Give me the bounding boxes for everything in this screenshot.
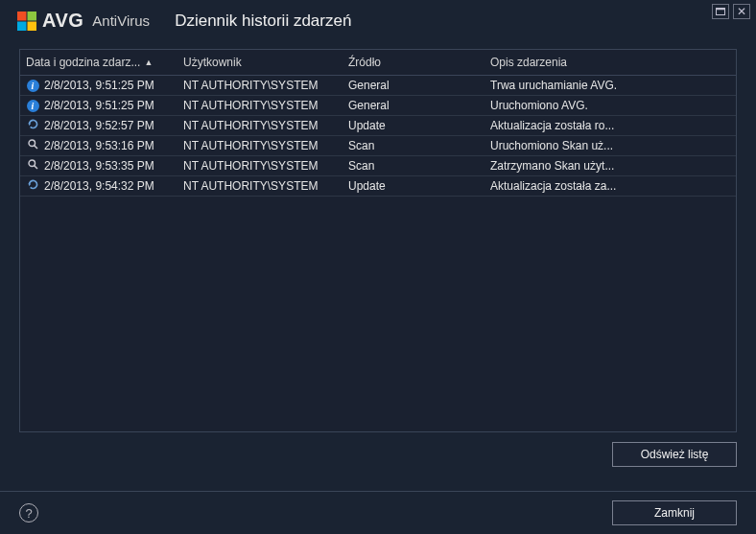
cell-source: Scan <box>348 159 490 173</box>
cell-source: Update <box>348 179 490 193</box>
svg-point-8 <box>29 160 35 167</box>
cell-user: NT AUTHORITY\SYSTEM <box>183 99 348 112</box>
cell-user: NT AUTHORITY\SYSTEM <box>183 119 348 132</box>
table-body[interactable]: i2/8/2013, 9:51:25 PMNT AUTHORITY\SYSTEM… <box>20 76 736 431</box>
sort-ascending-icon: ▲ <box>144 58 153 67</box>
window-title: Dziennik historii zdarzeń <box>175 12 351 31</box>
cell-date: 2/8/2013, 9:54:32 PM <box>44 179 154 193</box>
svg-line-9 <box>34 166 36 169</box>
table-row[interactable]: i2/8/2013, 9:51:25 PMNT AUTHORITY\SYSTEM… <box>20 96 736 116</box>
cell-date: 2/8/2013, 9:53:35 PM <box>44 159 154 173</box>
cell-date: 2/8/2013, 9:53:16 PM <box>44 139 154 152</box>
column-user[interactable]: Użytkownik <box>183 56 348 69</box>
search-icon <box>27 138 39 153</box>
svg-rect-1 <box>28 12 37 21</box>
table-row[interactable]: 2/8/2013, 9:52:57 PMNT AUTHORITY\SYSTEMU… <box>20 116 736 136</box>
cell-date: 2/8/2013, 9:51:25 PM <box>44 99 154 112</box>
cell-description: Uruchomiono Skan uż... <box>490 139 736 152</box>
avg-logo-icon <box>17 12 36 31</box>
cell-description: Zatrzymano Skan użyt... <box>490 159 736 173</box>
app-logo: AVG AntiVirus <box>17 10 150 32</box>
cell-user: NT AUTHORITY\SYSTEM <box>183 179 348 193</box>
refresh-list-button[interactable]: Odśwież listę <box>612 442 737 467</box>
maximize-button[interactable] <box>712 4 729 19</box>
table-row[interactable]: 2/8/2013, 9:53:16 PMNT AUTHORITY\SYSTEMS… <box>20 136 736 156</box>
cell-source: Scan <box>348 139 490 152</box>
refresh-icon <box>27 178 39 194</box>
svg-rect-2 <box>17 21 27 31</box>
close-window-button[interactable]: ✕ <box>733 4 750 19</box>
cell-user: NT AUTHORITY\SYSTEM <box>183 159 348 173</box>
cell-source: General <box>348 79 490 92</box>
cell-source: General <box>348 99 490 112</box>
table-row[interactable]: 2/8/2013, 9:53:35 PMNT AUTHORITY\SYSTEMS… <box>20 156 736 176</box>
search-icon <box>27 158 39 174</box>
column-description[interactable]: Opis zdarzenia <box>490 56 736 69</box>
cell-description: Aktualizacja została za... <box>490 179 736 193</box>
cell-description: Trwa uruchamianie AVG. <box>490 79 736 92</box>
svg-rect-3 <box>28 21 37 31</box>
brand-name: AVG <box>42 10 83 32</box>
info-icon: i <box>27 100 39 112</box>
table-row[interactable]: 2/8/2013, 9:54:32 PMNT AUTHORITY\SYSTEMU… <box>20 176 736 197</box>
svg-line-7 <box>34 146 36 149</box>
brand-suffix: AntiVirus <box>92 12 150 29</box>
event-log-panel: Data i godzina zdarz... ▲ Użytkownik Źró… <box>19 49 737 432</box>
table-header: Data i godzina zdarz... ▲ Użytkownik Źró… <box>20 50 736 76</box>
svg-point-6 <box>29 140 35 147</box>
column-date-label: Data i godzina zdarz... <box>26 56 140 69</box>
svg-rect-0 <box>17 12 27 21</box>
cell-user: NT AUTHORITY\SYSTEM <box>183 139 348 152</box>
refresh-icon <box>27 118 39 133</box>
column-source[interactable]: Źródło <box>348 56 490 69</box>
cell-date: 2/8/2013, 9:52:57 PM <box>44 119 154 132</box>
cell-description: Uruchomiono AVG. <box>490 99 736 112</box>
cell-user: NT AUTHORITY\SYSTEM <box>183 79 348 92</box>
cell-source: Update <box>348 119 490 132</box>
cell-description: Aktualizacja została ro... <box>490 119 736 132</box>
table-row[interactable]: i2/8/2013, 9:51:25 PMNT AUTHORITY\SYSTEM… <box>20 76 736 96</box>
close-button[interactable]: Zamknij <box>612 500 737 525</box>
help-icon[interactable]: ? <box>19 503 38 522</box>
cell-date: 2/8/2013, 9:51:25 PM <box>44 79 154 92</box>
info-icon: i <box>27 80 39 92</box>
column-date[interactable]: Data i godzina zdarz... ▲ <box>20 56 183 69</box>
